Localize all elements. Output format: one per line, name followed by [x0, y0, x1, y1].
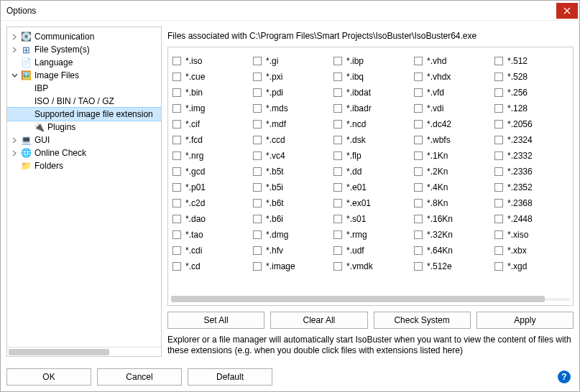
ext-checkbox[interactable] — [172, 183, 181, 192]
help-icon[interactable]: ? — [558, 370, 571, 383]
ext-checkbox[interactable] — [414, 230, 423, 239]
ext-checkbox[interactable] — [333, 246, 342, 255]
ext-checkbox[interactable] — [333, 73, 342, 81]
ext-checkbox[interactable] — [494, 183, 503, 192]
ext-checkbox[interactable] — [172, 57, 181, 65]
ext-checkbox[interactable] — [414, 104, 423, 113]
ext-checkbox[interactable] — [253, 183, 262, 192]
ext-checkbox[interactable] — [494, 151, 503, 160]
ext-checkbox[interactable] — [494, 120, 503, 129]
tree-item[interactable]: Online Check — [7, 146, 161, 159]
ext-checkbox[interactable] — [172, 151, 181, 160]
extensions-horizontal-scrollbar[interactable] — [171, 294, 570, 304]
ext-checkbox[interactable] — [253, 88, 262, 97]
ext-checkbox[interactable] — [333, 120, 342, 129]
tree-item[interactable]: Plugins — [7, 121, 161, 134]
ext-checkbox[interactable] — [414, 88, 423, 97]
ext-checkbox[interactable] — [494, 136, 503, 144]
ext-checkbox[interactable] — [414, 215, 423, 223]
tree-item-label: IBP — [33, 83, 50, 94]
ext-checkbox[interactable] — [253, 246, 262, 255]
ext-checkbox[interactable] — [253, 215, 262, 223]
tree-item[interactable]: Supported image file extension — [7, 108, 161, 121]
ext-checkbox[interactable] — [333, 167, 342, 176]
associated-files-label: Files associated with C:\Program Files\S… — [167, 27, 574, 41]
ext-checkbox[interactable] — [414, 262, 423, 271]
ext-checkbox[interactable] — [172, 246, 181, 255]
ext-checkbox[interactable] — [494, 73, 503, 81]
tree-item[interactable]: IBP — [7, 82, 161, 95]
ext-checkbox[interactable] — [333, 151, 342, 160]
ext-checkbox[interactable] — [414, 120, 423, 129]
ext-checkbox[interactable] — [333, 57, 342, 65]
ext-checkbox[interactable] — [494, 88, 503, 97]
ext-checkbox[interactable] — [494, 104, 503, 113]
ext-checkbox[interactable] — [253, 57, 262, 65]
ext-checkbox[interactable] — [172, 136, 181, 144]
ok-button[interactable]: OK — [6, 368, 91, 386]
ext-checkbox[interactable] — [494, 230, 503, 239]
chevron-right-icon[interactable] — [10, 47, 19, 53]
ext-checkbox[interactable] — [172, 73, 181, 81]
ext-checkbox[interactable] — [333, 136, 342, 144]
chevron-right-icon[interactable] — [10, 137, 19, 144]
options-tree[interactable]: CommunicationFile System(s)LanguageImage… — [7, 27, 161, 347]
ext-checkbox[interactable] — [172, 120, 181, 129]
ext-checkbox[interactable] — [333, 215, 342, 223]
ext-checkbox[interactable] — [172, 88, 181, 97]
tree-horizontal-scrollbar[interactable] — [7, 347, 161, 356]
ext-checkbox[interactable] — [253, 167, 262, 176]
ext-checkbox[interactable] — [253, 151, 262, 160]
ext-checkbox[interactable] — [253, 199, 262, 207]
default-button[interactable]: Default — [188, 368, 272, 386]
chevron-right-icon[interactable] — [10, 150, 19, 157]
tree-item[interactable]: File System(s) — [7, 43, 161, 56]
tree-item[interactable]: ISO / BIN / TAO / GZ — [7, 95, 161, 108]
ext-checkbox[interactable] — [494, 199, 503, 207]
close-button[interactable] — [556, 3, 578, 19]
chevron-down-icon[interactable] — [10, 73, 19, 79]
tree-item[interactable]: GUI — [7, 134, 161, 146]
tree-item[interactable]: Image Files — [7, 69, 161, 82]
ext-checkbox[interactable] — [333, 88, 342, 97]
ext-checkbox[interactable] — [253, 104, 262, 113]
ext-checkbox[interactable] — [333, 104, 342, 113]
ext-checkbox[interactable] — [333, 183, 342, 192]
ext-checkbox[interactable] — [253, 73, 262, 81]
tree-item[interactable]: Language — [7, 56, 161, 69]
ext-checkbox[interactable] — [414, 136, 423, 144]
ext-checkbox[interactable] — [333, 230, 342, 239]
ext-checkbox[interactable] — [253, 230, 262, 239]
ext-checkbox[interactable] — [414, 167, 423, 176]
cancel-button[interactable]: Cancel — [97, 368, 182, 386]
ext-checkbox[interactable] — [414, 151, 423, 160]
tree-item[interactable]: Communication — [7, 30, 161, 43]
ext-checkbox[interactable] — [172, 230, 181, 239]
ext-checkbox[interactable] — [414, 73, 423, 81]
ext-checkbox[interactable] — [172, 104, 181, 113]
ext-checkbox[interactable] — [172, 167, 181, 176]
ext-checkbox[interactable] — [414, 199, 423, 207]
ext-checkbox[interactable] — [333, 199, 342, 207]
ext-checkbox[interactable] — [172, 199, 181, 207]
ext-checkbox[interactable] — [494, 246, 503, 255]
ext-checkbox[interactable] — [414, 246, 423, 255]
ext-checkbox[interactable] — [494, 262, 503, 271]
ext-checkbox[interactable] — [253, 262, 262, 271]
chevron-right-icon[interactable] — [10, 34, 19, 40]
ext-checkbox[interactable] — [172, 215, 181, 223]
ext-checkbox[interactable] — [494, 215, 503, 223]
ext-checkbox[interactable] — [414, 183, 423, 192]
ext-checkbox[interactable] — [253, 120, 262, 129]
set-all-button[interactable]: Set All — [167, 312, 264, 329]
ext-checkbox[interactable] — [333, 262, 342, 271]
ext-checkbox[interactable] — [253, 136, 262, 144]
tree-item[interactable]: Folders — [7, 159, 161, 172]
ext-checkbox[interactable] — [414, 57, 423, 65]
clear-all-button[interactable]: Clear All — [270, 312, 367, 329]
apply-button[interactable]: Apply — [477, 312, 574, 329]
ext-checkbox[interactable] — [494, 167, 503, 176]
check-system-button[interactable]: Check System — [374, 312, 471, 329]
ext-checkbox[interactable] — [172, 262, 181, 271]
ext-checkbox[interactable] — [494, 57, 503, 65]
